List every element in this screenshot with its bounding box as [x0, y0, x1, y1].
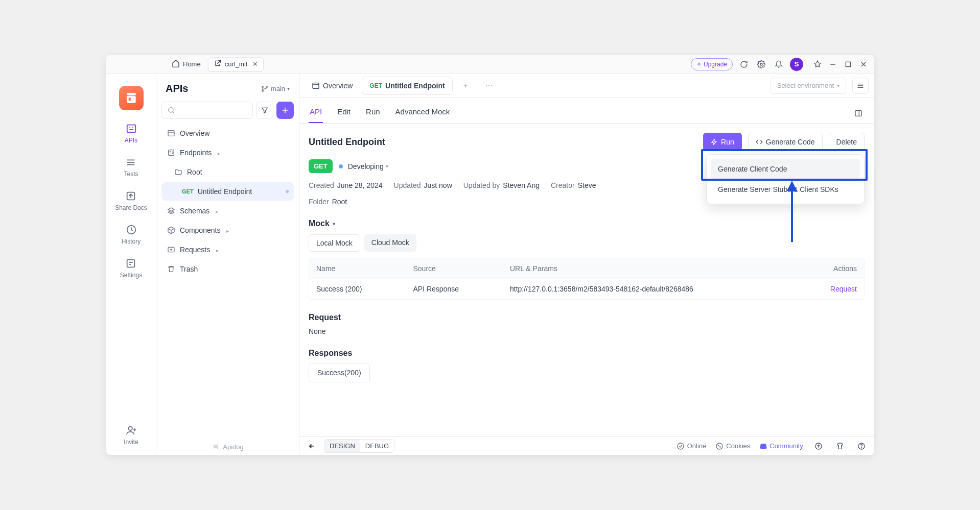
mock-tab-local[interactable]: Local Mock [309, 234, 360, 252]
subtab-run[interactable]: Run [365, 103, 381, 123]
svg-point-18 [266, 86, 267, 87]
home-icon [172, 59, 180, 69]
overview-icon [312, 82, 320, 90]
main-tab-overview[interactable]: Overview [305, 77, 360, 95]
avatar[interactable]: S [790, 58, 803, 71]
settings-icon [125, 257, 137, 270]
main-tabs: Overview GET Untitled Endpoint ＋ ⋯ Selec… [299, 74, 874, 98]
gear-icon[interactable] [755, 58, 767, 70]
run-button[interactable]: Run [703, 133, 742, 151]
tab-curl-init[interactable]: curl_init ✕ [208, 57, 264, 71]
nav-rail: APIs Tests Share Docs History Settings [106, 74, 156, 455]
bolt-icon [711, 138, 718, 145]
tree-schemas[interactable]: Schemas [161, 202, 294, 220]
upload-icon[interactable] [812, 440, 825, 452]
rail-apis-label: APIs [125, 137, 137, 144]
panel-toggle-button[interactable] [852, 78, 869, 94]
rail-history[interactable]: History [122, 224, 141, 245]
branch-selector[interactable]: main ▾ [261, 85, 290, 93]
main-tab-endpoint[interactable]: GET Untitled Endpoint [362, 77, 452, 95]
svg-rect-23 [168, 131, 174, 136]
trash-icon [167, 265, 176, 273]
upgrade-button[interactable]: ✧ Upgrade [691, 58, 733, 70]
svg-rect-27 [313, 83, 319, 88]
tree-endpoints-label: Endpoints [180, 149, 212, 157]
shirt-icon[interactable] [834, 440, 846, 452]
tab-home[interactable]: Home [167, 57, 206, 71]
close-icon[interactable]: ✕ [252, 60, 258, 68]
chevron-right-icon [224, 226, 229, 234]
svg-point-42 [861, 447, 861, 448]
mock-section-title[interactable]: Mock ▾ [309, 219, 865, 228]
svg-rect-7 [128, 98, 130, 101]
svg-point-19 [169, 108, 173, 112]
rail-sharedocs[interactable]: Share Docs [115, 190, 147, 211]
response-success-pill[interactable]: Success(200) [309, 363, 370, 382]
help-icon[interactable] [855, 440, 868, 452]
pin-icon[interactable] [811, 58, 824, 70]
search-input[interactable] [161, 102, 253, 119]
status-community[interactable]: Community [759, 442, 803, 450]
tree-endpoint-untitled[interactable]: GET Untitled Endpoint [161, 182, 294, 201]
filter-button[interactable] [256, 102, 273, 119]
refresh-icon[interactable] [738, 58, 750, 70]
status-online[interactable]: Online [676, 442, 707, 450]
tree-root[interactable]: Root [161, 163, 294, 181]
tree-endpoint-label: Untitled Endpoint [198, 187, 252, 196]
mode-debug[interactable]: DEBUG [360, 440, 394, 452]
rail-invite[interactable]: Invite [124, 424, 138, 446]
tree-requests[interactable]: Requests [161, 240, 294, 259]
svg-rect-5 [127, 93, 135, 95]
svg-rect-14 [127, 260, 135, 268]
add-button[interactable] [276, 102, 294, 119]
tree-components[interactable]: Components [161, 221, 294, 239]
subtab-edit[interactable]: Edit [336, 103, 352, 123]
delete-button[interactable]: Delete [829, 133, 865, 151]
chevron-right-icon [214, 246, 219, 254]
svg-point-38 [718, 445, 719, 446]
generate-label: Generate Code [766, 138, 815, 146]
mode-segmented: DESIGN DEBUG [324, 439, 394, 453]
subtab-advanced-mock[interactable]: Advanced Mock [394, 103, 451, 123]
dropdown-generate-client[interactable]: Generate Client Code [711, 159, 860, 179]
cell-source: API Response [413, 285, 510, 293]
svg-point-39 [720, 446, 720, 447]
more-tab-button[interactable]: ⋯ [478, 77, 500, 95]
subtab-api[interactable]: API [309, 103, 323, 123]
app-logo[interactable] [119, 86, 144, 110]
meta-created: CreatedJune 28, 2024 [309, 181, 383, 189]
svg-line-20 [173, 112, 174, 113]
tree-requests-label: Requests [180, 246, 210, 254]
branch-label: main [271, 85, 285, 92]
tree-overview[interactable]: Overview [161, 124, 294, 142]
tree-trash[interactable]: Trash [161, 260, 294, 278]
mock-tab-cloud[interactable]: Cloud Mock [364, 234, 416, 252]
dropdown-generate-stubs[interactable]: Generate Server Stubs & Client SDKs [711, 179, 860, 200]
mode-design[interactable]: DESIGN [324, 440, 360, 452]
request-section-title: Request [309, 313, 865, 322]
rail-settings[interactable]: Settings [120, 257, 142, 279]
bell-icon[interactable] [773, 58, 785, 70]
meta-updated-by: Updated bySteven Ang [463, 181, 540, 189]
chevron-right-icon [214, 207, 218, 215]
request-link[interactable]: Request [792, 285, 857, 293]
environment-select[interactable]: Select environment ▾ [771, 78, 846, 94]
share-icon [125, 190, 137, 202]
rail-apis[interactable]: APIs [125, 123, 137, 144]
collapse-sidebar-icon[interactable] [306, 440, 318, 452]
status-developing[interactable]: Developing ▾ [339, 162, 388, 171]
maximize-icon[interactable] [842, 58, 854, 70]
tree-overview-label: Overview [180, 129, 209, 137]
tree-endpoints[interactable]: Endpoints [161, 143, 294, 162]
layout-toggle-icon[interactable] [852, 107, 865, 119]
status-cookies[interactable]: Cookies [715, 442, 750, 450]
minimize-icon[interactable] [827, 58, 839, 70]
main-tab-endpoint-label: Untitled Endpoint [385, 82, 445, 90]
add-tab-button[interactable]: ＋ [455, 77, 476, 95]
col-name: Name [316, 264, 413, 273]
generate-code-button[interactable]: Generate Code [748, 133, 823, 151]
rail-tests[interactable]: Tests [124, 156, 138, 178]
close-icon[interactable] [857, 58, 870, 70]
history-icon [125, 224, 137, 236]
folder-icon [174, 168, 183, 176]
